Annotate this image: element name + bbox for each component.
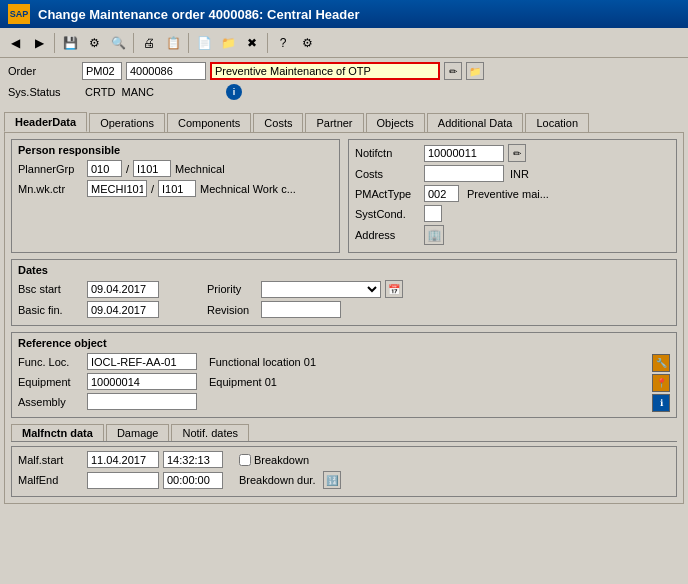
address-label: Address (355, 229, 420, 241)
costs-input[interactable] (424, 165, 504, 182)
dates-section-title: Dates (18, 264, 670, 276)
notifctn-input[interactable] (424, 145, 504, 162)
malfend-time-input[interactable] (163, 472, 223, 489)
bscstart-label: Bsc start (18, 283, 83, 295)
ref-icon-1[interactable]: 🔧 (652, 354, 670, 372)
pmacttype-name: Preventive mai... (467, 188, 549, 200)
priority-label: Priority (207, 283, 257, 295)
toolbar-save[interactable]: 💾 (59, 32, 81, 54)
breakdown-checkbox[interactable] (239, 454, 251, 466)
notifctn-row: Notifctn ✏ (355, 144, 670, 162)
malfstart-time-input[interactable] (163, 451, 223, 468)
malfstart-date-input[interactable] (87, 451, 159, 468)
basicfin-label: Basic fin. (18, 304, 83, 316)
tab-location[interactable]: Location (525, 113, 589, 132)
breakdown-wrap: Breakdown (239, 454, 309, 466)
malfend-icon[interactable]: 🔢 (323, 471, 341, 489)
equipment-name: Equipment 01 (209, 376, 277, 388)
mnwkctr-label: Mn.wk.ctr (18, 183, 83, 195)
toolbar-sep-1 (54, 33, 55, 53)
toolbar-open[interactable]: 📁 (217, 32, 239, 54)
malfend-date-input[interactable] (87, 472, 159, 489)
basicfin-input[interactable] (87, 301, 159, 318)
mnwkctr-val2-input[interactable] (158, 180, 196, 197)
equipment-input[interactable] (87, 373, 197, 390)
toolbar-back[interactable]: ◀ (4, 32, 26, 54)
ref-icon-2[interactable]: 📍 (652, 374, 670, 392)
systcond-label: SystCond. (355, 208, 420, 220)
toolbar-help[interactable]: ? (272, 32, 294, 54)
tab-headerdata[interactable]: HeaderData (4, 112, 87, 132)
dates-section: Dates Bsc start Priority 📅 Basic fin. Re… (11, 259, 677, 326)
toolbar-print[interactable]: 🖨 (138, 32, 160, 54)
revision-input[interactable] (261, 301, 341, 318)
tab-partner[interactable]: Partner (305, 113, 363, 132)
planner-val2-input[interactable] (133, 160, 171, 177)
top-two-col: Person responsible PlannerGrp / Mechnica… (11, 139, 677, 259)
planner-val1-input[interactable] (87, 160, 122, 177)
address-icon[interactable]: 🏢 (424, 225, 444, 245)
sub-tab-notif-dates[interactable]: Notif. dates (171, 424, 249, 441)
tab-components[interactable]: Components (167, 113, 251, 132)
costs-row: Costs INR (355, 165, 670, 182)
order-number-input[interactable] (126, 62, 206, 80)
planner-grp-label: PlannerGrp (18, 163, 83, 175)
toolbar-sep-3 (188, 33, 189, 53)
systcond-input[interactable] (424, 205, 442, 222)
ref-icon-3[interactable]: ℹ (652, 394, 670, 412)
funcloc-row: Func. Loc. Functional location 01 (18, 353, 646, 370)
order-label: Order (8, 65, 78, 77)
tab-operations[interactable]: Operations (89, 113, 165, 132)
person-section: Person responsible PlannerGrp / Mechnica… (11, 139, 340, 253)
pmacttype-label: PMActType (355, 188, 420, 200)
breakdown-dur-label: Breakdown dur. (239, 474, 315, 486)
tab-costs[interactable]: Costs (253, 113, 303, 132)
order-edit-icon[interactable]: ✏ (444, 62, 462, 80)
malfstart-row: Malf.start Breakdown (18, 451, 670, 468)
toolbar-new[interactable]: 📄 (193, 32, 215, 54)
order-desc-input[interactable] (210, 62, 440, 80)
mnwkctr-name: Mechnical Work c... (200, 183, 296, 195)
toolbar-settings[interactable]: ⚙ (296, 32, 318, 54)
assembly-row: Assembly (18, 393, 646, 410)
order-row: Order ✏ 📁 (8, 62, 680, 80)
notifctn-edit-icon[interactable]: ✏ (508, 144, 526, 162)
priority-calendar-icon[interactable]: 📅 (385, 280, 403, 298)
malfend-row: MalfEnd Breakdown dur. 🔢 (18, 471, 670, 489)
address-row: Address 🏢 (355, 225, 670, 245)
malf-section: Malf.start Breakdown MalfEnd Breakdown d… (11, 446, 677, 497)
toolbar-find[interactable]: 🔍 (107, 32, 129, 54)
priority-select[interactable] (261, 281, 381, 298)
toolbar-forward[interactable]: ▶ (28, 32, 50, 54)
tab-additional-data[interactable]: Additional Data (427, 113, 524, 132)
sub-tabs: Malfnctn data Damage Notif. dates (11, 424, 677, 442)
sys-status-row: Sys.Status i (8, 83, 680, 101)
order-type-input[interactable] (82, 62, 122, 80)
main-panel: Person responsible PlannerGrp / Mechnica… (4, 132, 684, 504)
sys-status-info-icon[interactable]: i (226, 84, 242, 100)
assembly-label: Assembly (18, 396, 83, 408)
ref-section: Reference object Func. Loc. Functional l… (11, 332, 677, 418)
sub-tab-malfnctn[interactable]: Malfnctn data (11, 424, 104, 441)
planner-name: Mechnical (175, 163, 225, 175)
assembly-input[interactable] (87, 393, 197, 410)
toolbar-cancel[interactable]: ✖ (241, 32, 263, 54)
bscstart-input[interactable] (87, 281, 159, 298)
toolbar-copy[interactable]: 📋 (162, 32, 184, 54)
mnwkctr-val1-input[interactable] (87, 180, 147, 197)
toolbar-shortcut[interactable]: ⚙ (83, 32, 105, 54)
pmacttype-input[interactable] (424, 185, 459, 202)
ref-section-title: Reference object (18, 337, 670, 349)
costs-currency: INR (510, 168, 529, 180)
sub-tab-damage[interactable]: Damage (106, 424, 170, 441)
planner-row: PlannerGrp / Mechnical (18, 160, 333, 177)
sys-status-input[interactable] (82, 83, 222, 101)
tab-objects[interactable]: Objects (366, 113, 425, 132)
systcond-row: SystCond. (355, 205, 670, 222)
order-folder-icon[interactable]: 📁 (466, 62, 484, 80)
person-section-title: Person responsible (18, 144, 333, 156)
funcloc-input[interactable] (87, 353, 197, 370)
planner-sep: / (126, 163, 129, 175)
toolbar-sep-4 (267, 33, 268, 53)
malfstart-label: Malf.start (18, 454, 83, 466)
